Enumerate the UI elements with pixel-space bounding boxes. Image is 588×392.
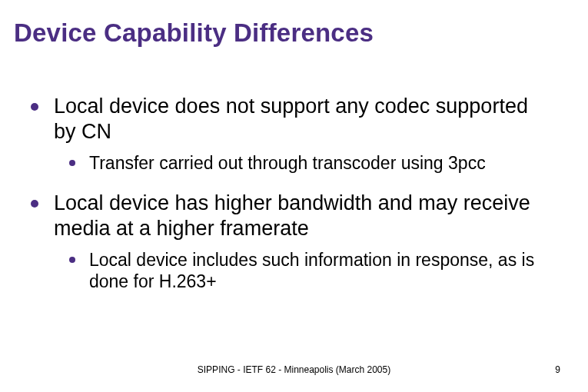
bullet-text: Local device does not support any codec … (54, 94, 546, 145)
bullet-level2: Local device includes such information i… (69, 249, 574, 292)
sub-bullet-group: Transfer carried out through transcoder … (69, 152, 574, 174)
slide-title: Device Capability Differences (14, 18, 574, 48)
sub-bullet-text: Local device includes such information i… (89, 249, 550, 292)
bullet-dot-icon (31, 103, 38, 111)
sub-bullet-group: Local device includes such information i… (69, 249, 574, 292)
bullet-dot-icon (69, 257, 75, 263)
bullet-level1: Local device does not support any codec … (31, 94, 574, 145)
bullet-dot-icon (31, 200, 38, 208)
bullet-dot-icon (69, 160, 75, 166)
sub-bullet-text: Transfer carried out through transcoder … (89, 152, 486, 174)
page-number: 9 (555, 364, 560, 375)
slide: Device Capability Differences Local devi… (0, 0, 588, 392)
bullet-level1: Local device has higher bandwidth and ma… (31, 191, 574, 241)
bullet-level2: Transfer carried out through transcoder … (69, 152, 574, 174)
slide-content: Local device does not support any codec … (14, 94, 574, 292)
bullet-text: Local device has higher bandwidth and ma… (54, 191, 546, 241)
footer-text: SIPPING - IETF 62 - Minneapolis (March 2… (0, 364, 588, 375)
